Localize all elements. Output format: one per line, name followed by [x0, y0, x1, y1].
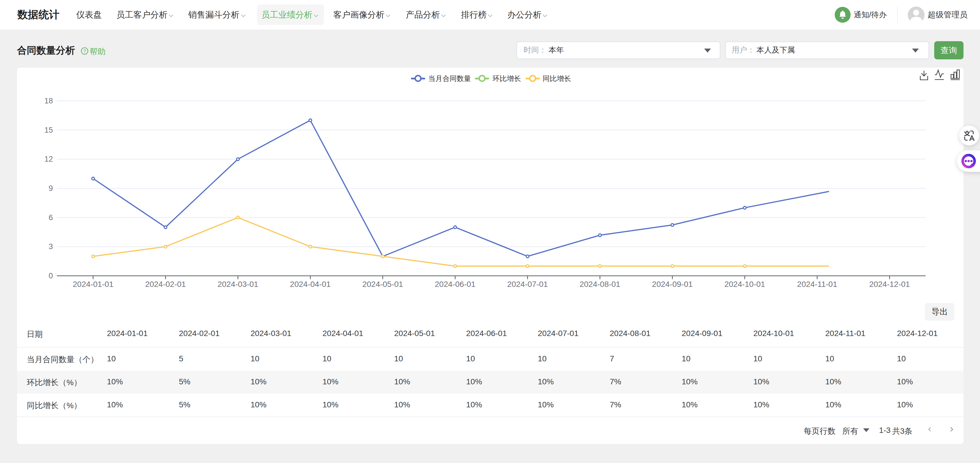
- svg-text:2024-12-01: 2024-12-01: [869, 280, 910, 289]
- svg-text:2024-09-01: 2024-09-01: [652, 280, 693, 289]
- svg-text:?: ?: [83, 49, 86, 54]
- svg-text:2024-11-01: 2024-11-01: [797, 280, 837, 289]
- svg-text:9: 9: [49, 184, 53, 193]
- svg-text:2024-06-01: 2024-06-01: [435, 280, 476, 289]
- svg-text:0: 0: [49, 271, 53, 280]
- svg-text:同比增长: 同比增长: [542, 75, 571, 82]
- svg-text:2024-04-01: 2024-04-01: [290, 280, 331, 289]
- svg-text:环比增长: 环比增长: [492, 75, 521, 82]
- svg-text:2024-03-01: 2024-03-01: [218, 280, 258, 289]
- svg-text:2024-05-01: 2024-05-01: [362, 280, 403, 289]
- svg-text:3: 3: [49, 242, 53, 251]
- svg-text:2024-02-01: 2024-02-01: [145, 280, 186, 289]
- svg-text:2024-01-01: 2024-01-01: [73, 280, 113, 289]
- svg-text:2024-07-01: 2024-07-01: [507, 280, 548, 289]
- svg-text:2024-10-01: 2024-10-01: [724, 280, 765, 289]
- svg-text:12: 12: [45, 155, 53, 163]
- svg-text:18: 18: [45, 97, 53, 105]
- svg-text:15: 15: [45, 126, 53, 134]
- svg-text:6: 6: [49, 213, 53, 222]
- svg-text:2024-08-01: 2024-08-01: [579, 280, 620, 289]
- svg-text:当月合同数量: 当月合同数量: [428, 75, 471, 82]
